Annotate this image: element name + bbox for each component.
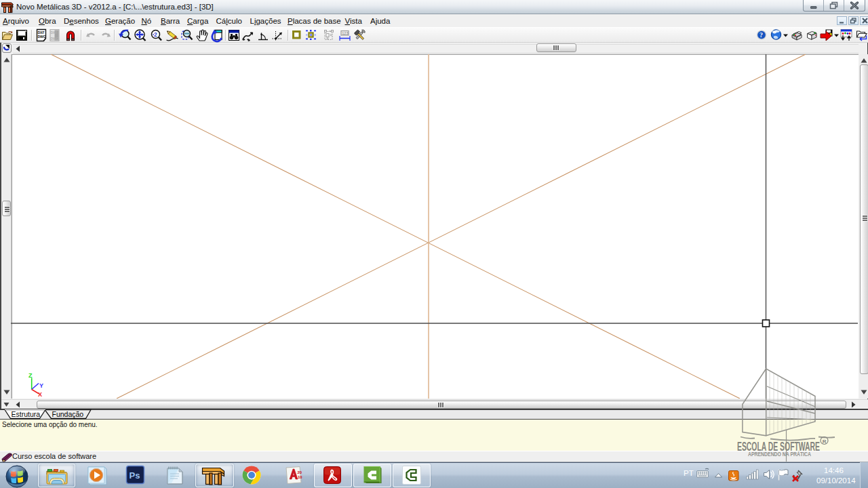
svg-text:Estrutura: Estrutura xyxy=(12,410,41,418)
svg-text:DWG: DWG xyxy=(51,37,59,41)
svg-text:R: R xyxy=(823,439,827,445)
svg-text:Z: Z xyxy=(28,372,33,379)
svg-text:Ps: Ps xyxy=(130,470,140,481)
svg-text:DXF: DXF xyxy=(51,30,58,35)
svg-text:Fundação: Fundação xyxy=(52,410,84,418)
svg-text:123: 123 xyxy=(342,31,348,35)
svg-text:X: X xyxy=(38,391,42,398)
svg-text:DWG: DWG xyxy=(38,35,46,39)
svg-text:APRENDENDO NA PRÁTICA: APRENDENDO NA PRÁTICA xyxy=(748,451,811,458)
svg-text:?: ? xyxy=(760,31,763,39)
svg-text:10: 10 xyxy=(298,475,302,479)
svg-text:20: 20 xyxy=(298,470,302,474)
svg-text:2: 2 xyxy=(154,31,157,38)
svg-text:Y: Y xyxy=(39,382,43,389)
